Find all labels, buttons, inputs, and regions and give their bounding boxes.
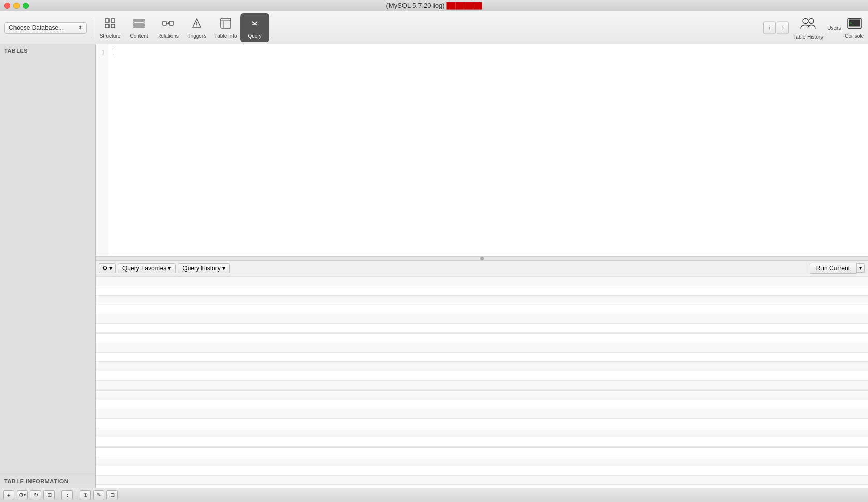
table-row[interactable]: [96, 277, 868, 286]
content-icon: [133, 17, 145, 32]
refresh-button[interactable]: ↻: [30, 490, 41, 500]
table-row[interactable]: [96, 448, 868, 457]
add-button[interactable]: +: [3, 490, 14, 500]
history-chevron-icon: ▾: [222, 265, 225, 272]
table-row[interactable]: [96, 353, 868, 362]
triggers-label: Triggers: [188, 33, 206, 39]
sidebar-tables-content: [0, 57, 95, 475]
svg-rect-2: [105, 24, 109, 28]
table-row[interactable]: [96, 419, 868, 428]
table-row[interactable]: [96, 343, 868, 353]
svg-rect-9: [169, 21, 173, 25]
query-editor[interactable]: 1: [96, 44, 868, 256]
edit-button[interactable]: ✎: [93, 490, 104, 500]
filter-icon: ⊡: [47, 492, 52, 498]
results-rows: [96, 276, 868, 488]
users-button[interactable]: Users: [827, 25, 841, 31]
tableinfo-icon: ℹ: [220, 17, 232, 32]
content-label: Content: [130, 33, 148, 39]
refresh-icon: ↻: [34, 492, 38, 498]
table-row[interactable]: [96, 362, 868, 371]
close-button[interactable]: [4, 3, 10, 9]
title-bar: (MySQL 5.7.20-log) ████████: [0, 0, 868, 11]
structure-label: Structure: [100, 33, 121, 39]
console-button[interactable]: >_ Console: [845, 17, 864, 38]
svg-rect-0: [105, 19, 109, 22]
svg-point-15: [196, 25, 197, 26]
minimize-button[interactable]: [13, 3, 20, 9]
toolbar-relations-button[interactable]: Relations: [153, 13, 182, 42]
results-area[interactable]: [96, 276, 868, 488]
toolbar-separator: [91, 18, 91, 38]
console-label: Console: [845, 33, 864, 38]
table-row[interactable]: [96, 371, 868, 381]
gear-button[interactable]: ⚙ ▾: [99, 263, 116, 273]
table-row[interactable]: [96, 437, 868, 447]
svg-point-22: [803, 18, 808, 23]
query-favorites-button[interactable]: Query Favorites ▾: [118, 263, 176, 273]
svg-rect-3: [111, 24, 115, 28]
resize-handle[interactable]: [96, 256, 868, 261]
query-toolbar: ⚙ ▾ Query Favorites ▾ Query History ▾ Ru…: [96, 261, 868, 276]
edit-icon: ✎: [97, 492, 101, 498]
chevron-down-icon: ⬍: [78, 25, 82, 31]
delete-button[interactable]: ⊟: [106, 490, 118, 500]
svg-text:ℹ: ℹ: [222, 18, 223, 21]
table-row[interactable]: [96, 334, 868, 343]
table-row[interactable]: [96, 457, 868, 466]
table-row[interactable]: [96, 476, 868, 485]
users-label: Users: [827, 25, 841, 31]
text-cursor: [113, 49, 113, 56]
favorites-chevron-icon: ▾: [168, 265, 171, 272]
tableinfo-label: Table Info: [214, 33, 237, 39]
nav-arrows: ‹ ›: [763, 22, 789, 34]
console-icon: >_: [847, 17, 862, 33]
toolbar-structure-button[interactable]: Structure: [96, 13, 125, 42]
table-row[interactable]: [96, 296, 868, 305]
table-history-label: Table History: [793, 34, 823, 39]
table-row[interactable]: [96, 305, 868, 314]
svg-rect-4: [134, 19, 144, 21]
editor-content[interactable]: [109, 44, 868, 256]
tables-header: TABLES: [0, 44, 95, 57]
svg-rect-7: [134, 27, 144, 28]
table-row[interactable]: [96, 400, 868, 409]
toolbar-content-button[interactable]: Content: [125, 13, 153, 42]
traffic-lights: [4, 3, 29, 9]
bottom-separator: [58, 491, 58, 500]
add-row-button[interactable]: ⊕: [80, 490, 91, 500]
toolbar-right-items: Table History Users >_ Console: [793, 16, 864, 39]
delete-icon: ⊟: [110, 492, 115, 498]
toolbar-query-button[interactable]: Query: [240, 13, 269, 42]
toolbar-triggers-button[interactable]: Triggers: [182, 13, 211, 42]
table-row[interactable]: [96, 314, 868, 324]
table-row[interactable]: [96, 428, 868, 437]
query-history-button[interactable]: Query History ▾: [178, 263, 229, 273]
database-selector[interactable]: Choose Database... ⬍: [4, 22, 87, 34]
table-row[interactable]: [96, 466, 868, 476]
table-row[interactable]: [96, 409, 868, 419]
table-history-button[interactable]: Table History: [793, 16, 823, 39]
run-dropdown-button[interactable]: ▾: [857, 263, 865, 273]
table-row[interactable]: [96, 324, 868, 333]
gear-icon: ⚙: [102, 265, 108, 272]
line-numbers: 1: [96, 44, 109, 256]
nav-back-button[interactable]: ‹: [763, 22, 776, 34]
toolbar-items: Structure Content: [96, 13, 269, 42]
toolbar-tableinfo-button[interactable]: ℹ Table Info: [211, 13, 240, 42]
add-row-icon: ⊕: [83, 492, 88, 498]
svg-rect-5: [134, 22, 144, 23]
nav-forward-button[interactable]: ›: [777, 22, 789, 34]
table-row[interactable]: [96, 381, 868, 390]
table-row[interactable]: [96, 391, 868, 400]
bottom-gear-button[interactable]: ⚙ ▾: [17, 490, 28, 500]
sidebar: TABLES TABLE INFORMATION: [0, 44, 96, 488]
filter-button[interactable]: ⊡: [43, 490, 55, 500]
maximize-button[interactable]: [23, 3, 29, 9]
table-row[interactable]: [96, 286, 868, 296]
run-dropdown-icon: ▾: [859, 265, 862, 271]
resize-panel-button[interactable]: ⋮: [61, 490, 73, 500]
svg-text:>_: >_: [850, 21, 855, 25]
structure-icon: [104, 17, 116, 32]
run-current-button[interactable]: Run Current: [810, 263, 857, 274]
